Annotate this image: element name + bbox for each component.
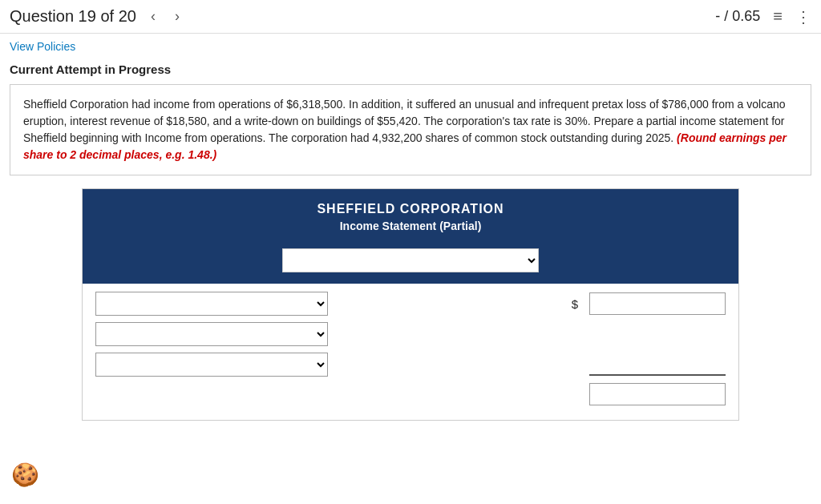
main-content: Current Attempt in Progress Sheffield Co… (0, 56, 821, 443)
score-label: - / 0.65 (715, 8, 760, 25)
row1-amount-input[interactable] (589, 292, 726, 315)
list-icon-button[interactable]: ≡ (773, 7, 783, 26)
data-rows: Income from Operations Net Income $ Othe… (83, 284, 738, 420)
company-name: SHEFFIELD CORPORATION (92, 202, 729, 216)
row4-result-input[interactable] (589, 383, 726, 405)
row1-select[interactable]: Income from Operations Net Income (95, 292, 328, 316)
problem-text: Sheffield Corporation had income from op… (23, 98, 786, 144)
top-bar-left: Question 19 of 20 ‹ › (10, 6, 184, 26)
row3-select[interactable]: Income Tax Expense Gross Profit (95, 353, 328, 377)
view-policies-section: View Policies (0, 34, 821, 56)
data-row-1: Income from Operations Net Income $ (95, 292, 726, 316)
top-bar: Question 19 of 20 ‹ › - / 0.65 ≡ ⋮ (0, 0, 821, 34)
cookie-icon[interactable]: 🍪 (11, 462, 39, 488)
income-statement-header: SHEFFIELD CORPORATION Income Statement (… (83, 189, 738, 242)
next-button[interactable]: › (170, 6, 184, 26)
stmt-subtitle: Income Statement (Partial) (92, 220, 729, 232)
view-policies-link[interactable]: View Policies (10, 40, 75, 53)
row1-dollar-sign: $ (572, 297, 578, 311)
header-dropdown-row: For the Year Ended December 31, 2025 (83, 242, 738, 284)
prev-button[interactable]: ‹ (146, 6, 160, 26)
top-bar-right: - / 0.65 ≡ ⋮ (715, 7, 811, 26)
data-row-2: Other Revenues and Gains Unusual Loss (95, 322, 726, 346)
income-statement-container: SHEFFIELD CORPORATION Income Statement (… (82, 188, 739, 421)
data-row-3: Income Tax Expense Gross Profit (95, 353, 726, 377)
problem-box: Sheffield Corporation had income from op… (10, 84, 811, 175)
row2-select[interactable]: Other Revenues and Gains Unusual Loss (95, 322, 328, 346)
more-options-button[interactable]: ⋮ (795, 7, 811, 26)
header-dropdown[interactable]: For the Year Ended December 31, 2025 (282, 248, 539, 272)
question-label: Question 19 of 20 (10, 7, 136, 26)
attempt-label: Current Attempt in Progress (10, 62, 811, 76)
row3-amount-input[interactable] (589, 353, 726, 376)
